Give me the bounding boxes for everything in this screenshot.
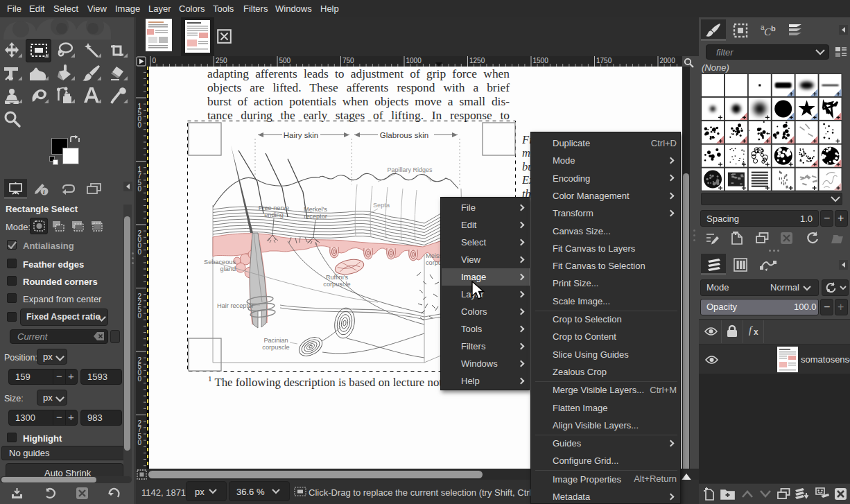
svg-text:Free nerve: Free nerve — [259, 205, 289, 211]
svg-text:0: 0 — [138, 248, 142, 256]
svg-text:0: 0 — [153, 57, 157, 64]
svg-text:750: 750 — [342, 57, 354, 64]
svg-text:Merkel's: Merkel's — [304, 206, 327, 213]
svg-text:250: 250 — [216, 57, 227, 64]
svg-text:1750: 1750 — [596, 57, 612, 64]
svg-text:receptor: receptor — [304, 213, 327, 220]
svg-text:Ruffini's: Ruffini's — [326, 274, 349, 281]
svg-text:Hair receptor: Hair receptor — [217, 302, 254, 309]
svg-text:corpuscle: corpuscle — [323, 281, 350, 288]
svg-text:gland: gland — [220, 266, 236, 272]
svg-text:500: 500 — [279, 57, 291, 64]
svg-text:1000: 1000 — [406, 57, 422, 64]
svg-text:Glabrous skin: Glabrous skin — [380, 131, 428, 139]
svg-text:Septa: Septa — [373, 202, 390, 209]
svg-text:0: 0 — [138, 312, 142, 320]
svg-text:1500: 1500 — [533, 57, 549, 64]
svg-text:Sebaceous: Sebaceous — [204, 259, 236, 266]
svg-text:b: b — [771, 24, 776, 33]
svg-text:Hairy skin: Hairy skin — [284, 131, 318, 139]
svg-text:corpuscle: corpuscle — [262, 344, 289, 351]
svg-text:0: 0 — [138, 121, 142, 129]
svg-text:0: 0 — [138, 185, 142, 193]
svg-text:0: 0 — [138, 375, 142, 383]
svg-text:0: 0 — [138, 439, 142, 446]
svg-text:2000: 2000 — [660, 57, 676, 64]
svg-text:ending: ending — [264, 211, 284, 218]
svg-text:Pacinian: Pacinian — [263, 337, 288, 344]
svg-text:Papillary Ridges: Papillary Ridges — [387, 166, 433, 173]
svg-text:1250: 1250 — [469, 57, 485, 64]
